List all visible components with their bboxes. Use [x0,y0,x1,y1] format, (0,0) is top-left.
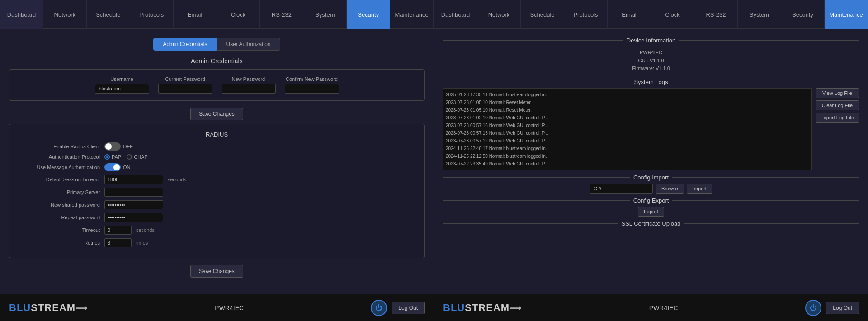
ssl-title: SSL Certificate Upload [621,220,680,227]
nav-maintenance-right[interactable]: Maintenance [825,0,868,29]
tab-admin-credentials[interactable]: Admin Credentials [153,38,217,51]
username-input[interactable] [95,84,149,94]
save-radius-button[interactable]: Save Changes [190,265,243,278]
nav-schedule-left[interactable]: Schedule [87,0,130,29]
device-info-header: Device Information [443,37,859,44]
session-timeout-input[interactable] [104,175,163,184]
log-entry-7: 2024-11-25 22:48:17 Normal: blustream lo… [446,145,809,152]
nav-system-right[interactable]: System [738,0,781,29]
timeout-unit: seconds [136,227,155,233]
log-entry-0: 2025-01-28 17:35:11 Normal: blustream lo… [446,91,809,99]
sys-logs-header: System Logs [443,79,859,85]
export-button[interactable]: Export [638,207,664,217]
toggle-track-off[interactable] [104,142,121,151]
log-entry-1: 2023-07-23 01:05:10 Normal: Reset Meter. [446,99,809,106]
ssl-line-right [684,223,859,224]
timeout-input[interactable] [104,226,132,235]
left-power-button[interactable]: ⏻ [371,300,387,316]
nav-network-right[interactable]: Network [477,0,521,29]
logo-stream: STREAM [31,302,75,313]
device-firmware: Firmware: V1.1.0 [443,65,859,73]
nav-schedule-right[interactable]: Schedule [521,0,564,29]
right-nav: Dashboard Network Schedule Protocols Ema… [434,0,868,29]
right-logout-button[interactable]: Log Out [826,302,859,314]
tab-user-authorization[interactable]: User Authorization [217,38,280,51]
nav-security-right[interactable]: Security [781,0,825,29]
export-log-button[interactable]: Export Log File [816,113,859,123]
log-entry-4: 2023-07-23 00:57:16 Normal: Web GUI cont… [446,122,809,129]
enable-radius-label: Enable Radius Client [19,144,100,149]
session-timeout-row: Default Session Timeout seconds [19,175,415,184]
log-entry-8: 2024-11-25 22:12:50 Normal: blustream lo… [446,152,809,160]
config-export-line-right [672,200,859,201]
logo-arrow: ⟶ [75,304,88,313]
enable-radius-toggle[interactable]: OFF [104,142,133,151]
import-button[interactable]: Import [687,184,712,194]
device-info-line-right [679,40,859,41]
right-power-button[interactable]: ⏻ [805,300,821,316]
nav-rs232-right[interactable]: RS-232 [694,0,738,29]
nav-protocols-right[interactable]: Protocols [564,0,608,29]
log-entry-3: 2023-07-23 01:02:10 Normal: Web GUI cont… [446,114,809,122]
right-content: Device Information PWR4IEC GUI: V1.1.0 F… [434,29,868,294]
left-tab-bar: Admin Credentials User Authorization [9,38,425,51]
ssl-header: SSL Certificate Upload [443,220,859,227]
username-label: Username [110,76,133,82]
enable-radius-row: Enable Radius Client OFF [19,142,415,151]
retries-input[interactable] [104,238,132,247]
toggle-off-label: OFF [123,144,133,149]
username-col: Username [95,76,149,94]
session-timeout-label: Default Session Timeout [19,177,100,182]
repeat-pw-label: Repeat password [19,215,100,220]
config-import-title: Config Import [633,174,669,181]
nav-network-left[interactable]: Network [43,0,87,29]
auth-protocol-label: Authentication Protocol [19,154,100,160]
new-pw-input[interactable] [222,84,276,94]
logs-buttons: View Log File Clear Log File Export Log … [816,88,859,170]
pap-radio[interactable]: PAP [104,154,121,160]
toggle-on-label: ON [123,165,131,170]
retries-unit: times [136,240,148,245]
logo-blu: BLU [9,302,31,313]
shared-pw-row: New shared password [19,200,415,209]
nav-rs232-left[interactable]: RS-232 [260,0,303,29]
new-pw-label: New Password [232,76,265,82]
device-model: PWR4IEC [443,49,859,57]
primary-server-label: Primary Server [19,189,100,195]
view-log-button[interactable]: View Log File [816,88,859,98]
left-footer: BLUSTREAM⟶ PWR4IEC ⏻ Log Out [0,294,434,321]
clear-log-button[interactable]: Clear Log File [816,100,859,110]
nav-clock-right[interactable]: Clock [651,0,694,29]
left-device-name: PWR4IEC [215,304,244,312]
nav-dashboard-right[interactable]: Dashboard [434,0,477,29]
left-logout-button[interactable]: Log Out [392,302,425,314]
toggle-track-on[interactable] [104,163,121,171]
repeat-pw-input[interactable] [104,213,163,222]
radius-form: RADIUS Enable Radius Client OFF Authenti… [9,124,425,258]
chap-label: CHAP [134,154,148,160]
current-pw-input[interactable] [158,84,212,94]
nav-clock-left[interactable]: Clock [217,0,260,29]
confirm-pw-input[interactable] [285,84,339,94]
save-cred-button[interactable]: Save Changes [190,108,243,120]
logs-list: 2025-01-28 17:35:11 Normal: blustream lo… [443,88,812,170]
nav-email-left[interactable]: Email [174,0,217,29]
left-panel: Dashboard Network Schedule Protocols Ema… [0,0,434,321]
nav-security-left[interactable]: Security [347,0,390,29]
primary-server-row: Primary Server [19,188,415,197]
nav-email-right[interactable]: Email [608,0,651,29]
device-info-line-left [443,40,623,41]
shared-pw-label: New shared password [19,202,100,208]
nav-protocols-left[interactable]: Protocols [130,0,174,29]
shared-pw-input[interactable] [104,200,163,209]
nav-system-left[interactable]: System [303,0,347,29]
msg-auth-toggle[interactable]: ON [104,163,131,171]
nav-maintenance-left[interactable]: Maintenance [390,0,434,29]
nav-dashboard-left[interactable]: Dashboard [0,0,43,29]
chap-radio[interactable]: CHAP [127,154,148,160]
browse-button[interactable]: Browse [656,184,684,194]
config-import-path[interactable] [590,184,653,194]
primary-server-input[interactable] [104,188,163,197]
retries-label: Retries [19,240,100,245]
msg-auth-label: Use Message Authentication [19,165,100,170]
